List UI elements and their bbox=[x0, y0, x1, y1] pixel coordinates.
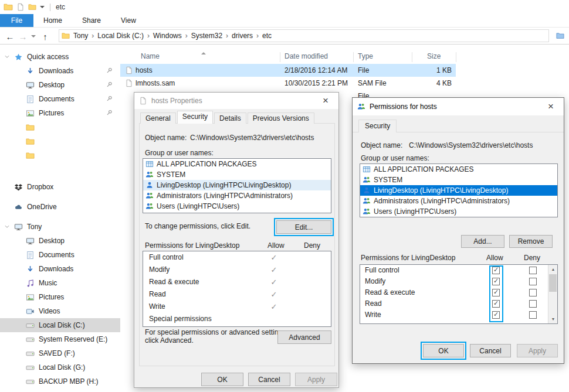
column-divider[interactable] bbox=[353, 52, 354, 62]
tab-details[interactable]: Details bbox=[214, 113, 246, 124]
allow-checkbox[interactable] bbox=[492, 289, 500, 296]
permission-row[interactable]: Special permissions bbox=[143, 313, 331, 325]
breadcrumb-item[interactable]: drivers bbox=[228, 32, 256, 40]
deny-checkbox[interactable] bbox=[529, 311, 537, 319]
column-divider[interactable] bbox=[412, 52, 412, 62]
column-header-name[interactable]: Name bbox=[141, 52, 160, 60]
sidebar-item-folder[interactable] bbox=[0, 134, 120, 148]
sidebar-item-backup-mbp-h[interactable]: BACKUP MBP (H:) bbox=[0, 374, 120, 388]
sidebar-item-folder[interactable] bbox=[0, 120, 120, 134]
chevron-down-icon[interactable] bbox=[4, 224, 10, 230]
address-right-icon[interactable] bbox=[556, 32, 564, 40]
group-item-users[interactable]: Users (LivingHTPC\Users) bbox=[360, 206, 557, 217]
remove-button[interactable]: Remove bbox=[509, 235, 553, 248]
breadcrumb-item[interactable]: etc bbox=[259, 32, 275, 40]
group-item-livingdesktop[interactable]: LivingDesktop (LivingHTPC\LivingDesktop) bbox=[143, 180, 331, 190]
deny-checkbox[interactable] bbox=[529, 267, 537, 274]
apply-button[interactable]: Apply bbox=[517, 344, 558, 357]
permission-row[interactable]: Full control bbox=[143, 251, 331, 264]
sidebar-item-desktop-pinned[interactable]: Desktop bbox=[0, 78, 120, 92]
up-button[interactable] bbox=[39, 30, 52, 43]
sidebar-item-downloads-pinned[interactable]: Downloads bbox=[0, 64, 120, 78]
group-item-system[interactable]: SYSTEM bbox=[143, 169, 331, 180]
tab-security[interactable]: Security bbox=[177, 111, 213, 124]
cancel-button[interactable]: Cancel bbox=[248, 373, 290, 386]
ok-button[interactable]: OK bbox=[423, 344, 464, 357]
tab-general[interactable]: General bbox=[140, 113, 176, 124]
allow-checkbox[interactable] bbox=[492, 278, 500, 285]
dialog-titlebar[interactable]: hosts Properties bbox=[134, 93, 338, 109]
sidebar-item-system-reserved-e[interactable]: System Reserved (E:) bbox=[0, 332, 120, 346]
group-item-administrators[interactable]: Administrators (LivingHTPC\Administrator… bbox=[360, 196, 557, 206]
sidebar-item-music[interactable]: Music bbox=[0, 276, 120, 290]
permission-row[interactable]: Write bbox=[143, 301, 331, 313]
sidebar-item-tony[interactable]: Tony bbox=[0, 220, 120, 234]
permission-row[interactable]: Read & execute bbox=[360, 287, 557, 298]
column-divider[interactable] bbox=[280, 52, 280, 62]
sidebar-item-local-disk-c[interactable]: Local Disk (C:) bbox=[0, 318, 120, 332]
scroll-down-icon[interactable] bbox=[548, 315, 558, 323]
qat-new-folder-icon[interactable] bbox=[28, 3, 36, 11]
tab-previous-versions[interactable]: Previous Versions bbox=[248, 113, 314, 124]
permission-row[interactable]: Full control bbox=[360, 265, 557, 276]
column-divider[interactable] bbox=[456, 52, 456, 62]
forward-button[interactable] bbox=[16, 30, 29, 43]
deny-checkbox[interactable] bbox=[529, 278, 537, 285]
chevron-down-icon[interactable] bbox=[4, 54, 10, 60]
permission-row[interactable]: Read bbox=[360, 298, 557, 309]
address-bar[interactable]: Tony Local Disk (C:) Windows System32 dr… bbox=[59, 29, 549, 42]
deny-checkbox[interactable] bbox=[529, 289, 537, 296]
permission-row[interactable]: Write bbox=[360, 309, 557, 321]
add-button[interactable]: Add... bbox=[461, 235, 504, 248]
group-item-administrators[interactable]: Administrators (LivingHTPC\Administrator… bbox=[143, 190, 331, 201]
sidebar-item-dropbox[interactable]: Dropbox bbox=[0, 180, 120, 194]
scrollbar[interactable] bbox=[548, 265, 557, 323]
qat-customize-icon[interactable] bbox=[40, 6, 45, 8]
apply-button[interactable]: Apply bbox=[295, 373, 337, 386]
group-item-users[interactable]: Users (LivingHTPC\Users) bbox=[143, 201, 331, 212]
sidebar-item-documents[interactable]: Documents bbox=[0, 248, 120, 262]
sidebar-item-downloads[interactable]: Downloads bbox=[0, 262, 120, 276]
allow-checkbox[interactable] bbox=[492, 311, 500, 319]
group-item-all-application-packages[interactable]: ALL APPLICATION PACKAGES bbox=[143, 159, 331, 169]
sidebar-item-onedrive[interactable]: OneDrive bbox=[0, 200, 120, 214]
group-item-system[interactable]: SYSTEM bbox=[360, 175, 557, 185]
file-row-lmhosts[interactable]: lmhosts.sam 10/30/2015 2:21 PM SAM File … bbox=[120, 77, 456, 90]
group-item-livingdesktop-selected[interactable]: LivingDesktop (LivingHTPC\LivingDesktop) bbox=[360, 185, 557, 196]
permission-row[interactable]: Modify bbox=[143, 264, 331, 276]
permission-row[interactable]: Read & execute bbox=[143, 276, 331, 288]
permission-row[interactable]: Modify bbox=[360, 276, 557, 287]
scrollbar-thumb[interactable] bbox=[549, 274, 557, 292]
advanced-button[interactable]: Advanced bbox=[277, 330, 331, 344]
dialog-titlebar[interactable]: Permissions for hosts bbox=[353, 98, 564, 115]
breadcrumb-item[interactable]: Windows bbox=[150, 32, 185, 40]
allow-checkbox[interactable] bbox=[492, 300, 500, 308]
breadcrumb-item[interactable]: System32 bbox=[188, 32, 226, 40]
column-header-date-modified[interactable]: Date modified bbox=[284, 52, 328, 60]
ok-button[interactable]: OK bbox=[201, 373, 243, 386]
sidebar-item-saved-f[interactable]: SAVED (F:) bbox=[0, 346, 120, 360]
sidebar-item-videos[interactable]: Videos bbox=[0, 304, 120, 318]
file-row-hosts[interactable]: hosts 2/18/2016 12:14 AM File 1 KB bbox=[120, 64, 456, 77]
breadcrumb-item[interactable]: Tony bbox=[70, 32, 92, 40]
cancel-button[interactable]: Cancel bbox=[470, 344, 511, 357]
group-item-all-application-packages[interactable]: ALL APPLICATION PACKAGES bbox=[360, 164, 557, 175]
sidebar-item-quick-access[interactable]: Quick access bbox=[0, 50, 120, 64]
tab-share[interactable]: Share bbox=[72, 14, 111, 27]
recent-locations-dropdown-icon[interactable] bbox=[29, 30, 38, 43]
column-header-type[interactable]: Type bbox=[358, 52, 373, 60]
close-icon[interactable] bbox=[538, 98, 564, 115]
tab-home[interactable]: Home bbox=[33, 14, 72, 27]
sidebar-item-pictures-pinned[interactable]: Pictures bbox=[0, 106, 120, 120]
allow-checkbox[interactable] bbox=[492, 267, 500, 274]
edit-button[interactable]: Edit... bbox=[276, 220, 331, 234]
column-header-size[interactable]: Size bbox=[427, 52, 441, 60]
sidebar-item-local-disk-g[interactable]: Local Disk (G:) bbox=[0, 360, 120, 374]
sidebar-item-desktop[interactable]: Desktop bbox=[0, 234, 120, 248]
permission-row[interactable]: Read bbox=[143, 288, 331, 301]
tab-file[interactable]: File bbox=[0, 14, 33, 27]
breadcrumb-item[interactable]: Local Disk (C:) bbox=[94, 32, 147, 40]
scroll-up-icon[interactable] bbox=[548, 265, 558, 274]
tab-view[interactable]: View bbox=[111, 14, 146, 27]
tab-security[interactable]: Security bbox=[358, 120, 397, 132]
